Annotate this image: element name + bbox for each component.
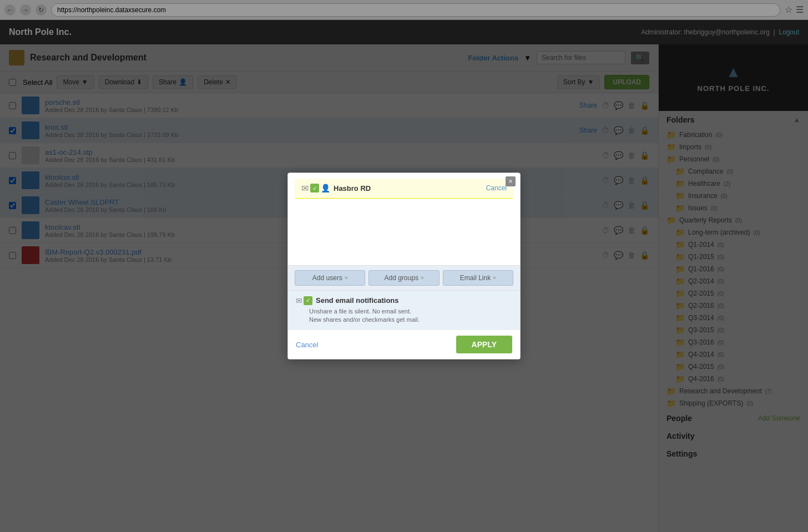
email-notif-icons: ✉ ✓ xyxy=(296,296,312,305)
chevron-icon: » xyxy=(345,275,348,281)
mail-icon: ✉ xyxy=(301,183,309,194)
share-name: Hasbro RD xyxy=(334,184,483,192)
share-entry: ✉ ✓ 👤 Hasbro RD Cancel xyxy=(295,179,513,199)
email-notif-text: Unshare a file is silent. No email sent.… xyxy=(309,307,512,325)
modal-overlay: × ✉ ✓ 👤 Hasbro RD Cancel Add users » Add… xyxy=(0,0,808,532)
chevron-icon: » xyxy=(421,275,424,281)
check-icon: ✓ xyxy=(304,296,312,305)
mail-icon: ✉ xyxy=(296,296,302,305)
share-entry-cancel-link[interactable]: Cancel xyxy=(486,184,507,192)
email-notification: ✉ ✓ Send email notifications Unshare a f… xyxy=(288,290,520,330)
user-icon: 👤 xyxy=(321,184,330,192)
modal-add-buttons: Add users » Add groups » Email Link » xyxy=(288,265,520,290)
add-users-button[interactable]: Add users » xyxy=(295,270,365,286)
email-notif-header: ✉ ✓ Send email notifications xyxy=(296,296,512,305)
apply-button[interactable]: APPLY xyxy=(456,336,512,353)
modal-close-button[interactable]: × xyxy=(506,176,516,186)
chevron-icon: » xyxy=(493,275,496,281)
check-icon: ✓ xyxy=(310,184,319,192)
share-modal: × ✉ ✓ 👤 Hasbro RD Cancel Add users » Add… xyxy=(287,173,521,360)
modal-footer: Cancel APPLY xyxy=(288,330,520,359)
modal-share-area xyxy=(288,199,520,265)
add-groups-button[interactable]: Add groups » xyxy=(368,270,439,286)
cancel-link[interactable]: Cancel xyxy=(296,341,318,349)
email-link-button[interactable]: Email Link » xyxy=(443,270,513,286)
share-entry-icons: ✉ ✓ 👤 xyxy=(301,183,330,194)
email-notif-label: Send email notifications xyxy=(316,296,399,305)
